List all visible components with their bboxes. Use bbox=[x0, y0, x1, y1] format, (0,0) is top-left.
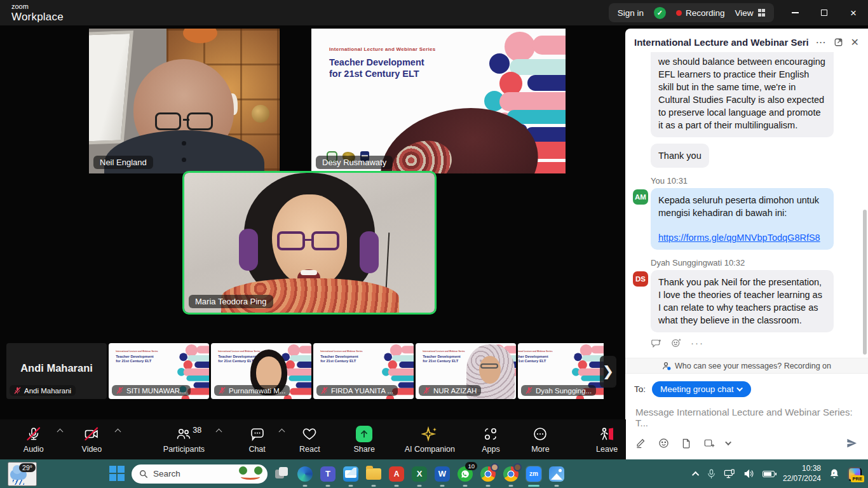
chat-bubble: Thank you pak Neil for the presentation,… bbox=[651, 270, 834, 332]
file-explorer-app[interactable] bbox=[365, 466, 382, 482]
photos-app[interactable] bbox=[548, 466, 565, 482]
chat-input-toolbar bbox=[625, 428, 868, 459]
filmstrip-tile-purnamawati[interactable]: International Lecture and Webinar Series… bbox=[211, 343, 311, 399]
muted-mic-icon bbox=[321, 386, 328, 395]
screenshot-icon[interactable] bbox=[703, 438, 715, 449]
more-dots-icon bbox=[532, 426, 548, 442]
add-reaction-icon[interactable] bbox=[671, 338, 681, 348]
edge-app[interactable] bbox=[297, 466, 313, 482]
ai-companion-button[interactable]: AI Companion bbox=[401, 419, 458, 459]
attendance-form-link[interactable]: https://forms.gle/qgMNVbpTodqG8RfS8 bbox=[658, 233, 820, 243]
view-grid-icon bbox=[758, 9, 766, 17]
task-view-button[interactable] bbox=[274, 466, 290, 482]
adobe-acrobat-app[interactable]: A bbox=[388, 466, 405, 482]
excel-app[interactable]: X bbox=[411, 466, 428, 482]
send-icon[interactable] bbox=[846, 437, 858, 449]
attach-file-icon[interactable] bbox=[681, 438, 691, 449]
task-view-icon bbox=[275, 467, 289, 481]
acrobat-icon: A bbox=[389, 466, 404, 482]
whatsapp-app[interactable]: 10 bbox=[457, 466, 473, 482]
apps-icon bbox=[483, 426, 498, 442]
hidden-icons-chevron-icon[interactable] bbox=[694, 471, 699, 477]
clock-widget[interactable]: 10:38 22/07/2024 bbox=[783, 464, 821, 484]
input-options-chevron-icon[interactable] bbox=[727, 441, 731, 445]
chat-message: AM Kepada seluruh peserta dimohon untuk … bbox=[651, 188, 859, 250]
participants-button[interactable]: Participants 38 bbox=[156, 419, 212, 459]
filmstrip-tile-andi-maharani[interactable]: Andi Maharani Andi Maharani bbox=[6, 343, 107, 399]
muted-mic-icon bbox=[423, 386, 430, 395]
audio-options-chevron-icon[interactable] bbox=[58, 430, 62, 434]
message-text: Kepada seluruh peserta dimohon untuk men… bbox=[658, 195, 819, 218]
filmstrip-tile-dyah-sunggingwati[interactable]: International Lecture and Webinar Series… bbox=[518, 343, 604, 399]
participants-options-chevron-icon[interactable] bbox=[217, 430, 221, 434]
video-label: Video bbox=[82, 445, 102, 454]
message-time: 10:32 bbox=[724, 258, 745, 268]
battery-icon[interactable] bbox=[763, 471, 775, 477]
filmstrip-tile-nur-azizah[interactable]: International Lecture and Webinar Series… bbox=[416, 343, 516, 399]
emoji-icon[interactable] bbox=[658, 438, 669, 449]
mail-app[interactable] bbox=[342, 466, 359, 482]
tray-mic-icon[interactable] bbox=[707, 469, 715, 479]
folder-icon bbox=[366, 468, 381, 480]
video-tile-neil-england[interactable]: Neil England bbox=[89, 29, 280, 173]
leave-button[interactable]: Leave bbox=[588, 419, 626, 459]
svg-text:z: z bbox=[833, 471, 835, 475]
chrome-app-2[interactable] bbox=[503, 466, 519, 482]
copilot-icon[interactable]: PRE bbox=[848, 467, 862, 481]
temperature-badge: 29° bbox=[19, 463, 36, 472]
share-button[interactable]: Share bbox=[346, 419, 382, 459]
video-tile-maria-teodora-ping-active-speaker[interactable]: Maria Teodora Ping bbox=[182, 171, 437, 315]
speaker-icon[interactable] bbox=[743, 469, 754, 478]
taskbar-search[interactable]: Search bbox=[132, 464, 268, 484]
filmstrip-next-button[interactable]: ❯ bbox=[600, 356, 616, 388]
chat-bubble: we should balance between encouraging EF… bbox=[651, 52, 834, 137]
chat-options-chevron-icon[interactable] bbox=[280, 430, 284, 434]
video-button[interactable]: Video bbox=[72, 419, 112, 459]
video-options-chevron-icon[interactable] bbox=[116, 430, 120, 434]
filmstrip-tile-firda-yuanita[interactable]: International Lecture and Webinar Series… bbox=[313, 343, 414, 399]
video-tile-desy-rusmawaty[interactable]: International Lecture and Webinar Series… bbox=[311, 29, 566, 173]
zoom-app-active[interactable]: zm bbox=[526, 466, 542, 482]
mail-icon bbox=[343, 466, 358, 482]
audio-button[interactable]: Audio bbox=[14, 419, 53, 459]
chat-close-icon[interactable]: ✕ bbox=[851, 37, 859, 48]
weather-widget[interactable]: 29° bbox=[8, 462, 37, 486]
apps-button[interactable]: Apps bbox=[474, 419, 508, 459]
chevron-down-icon bbox=[736, 385, 743, 391]
security-shield-icon[interactable]: ✓ bbox=[654, 7, 666, 19]
chat-button[interactable]: Chat bbox=[239, 419, 276, 459]
filmstrip-tile-siti-munawar[interactable]: International Lecture and Webinar Series… bbox=[109, 343, 209, 399]
title-bar: zoom Workplace Sign in ✓ Recording View … bbox=[0, 0, 868, 25]
chat-message-input[interactable]: Message International Lecture and Webina… bbox=[625, 398, 868, 428]
sign-in-button[interactable]: Sign in bbox=[618, 8, 644, 18]
recording-indicator[interactable]: Recording bbox=[676, 8, 725, 18]
teams-app[interactable]: T bbox=[320, 466, 336, 482]
message-more-icon[interactable]: ··· bbox=[691, 341, 704, 346]
share-screen-icon bbox=[356, 426, 372, 442]
word-app[interactable]: W bbox=[434, 466, 451, 482]
chat-popout-icon[interactable] bbox=[834, 37, 843, 47]
restore-button[interactable] bbox=[810, 0, 839, 25]
zoom-icon: zm bbox=[526, 466, 541, 482]
format-icon[interactable] bbox=[635, 438, 646, 449]
notification-bell-icon[interactable]: z bbox=[829, 468, 839, 479]
minimize-button[interactable] bbox=[780, 0, 810, 25]
close-button[interactable]: × bbox=[839, 0, 868, 25]
brand-zoom: zoom bbox=[11, 3, 64, 10]
message-time: 10:31 bbox=[667, 176, 688, 186]
chat-more-icon[interactable]: ⋯ bbox=[816, 37, 826, 48]
view-button[interactable]: View bbox=[735, 8, 765, 18]
participant-display-name: Andi Maharani bbox=[6, 362, 107, 374]
react-button[interactable]: React bbox=[292, 419, 327, 459]
privacy-notice[interactable]: Who can see your messages? Recording on bbox=[625, 358, 868, 374]
recipient-selector[interactable]: Meeting group chat bbox=[652, 381, 751, 397]
cast-display-icon[interactable] bbox=[724, 469, 735, 479]
chat-scrollbar[interactable] bbox=[863, 210, 867, 355]
slide-title-line2: for 21st Century ELT bbox=[329, 69, 435, 80]
more-button[interactable]: More bbox=[523, 419, 557, 459]
reply-icon[interactable] bbox=[651, 339, 661, 348]
message-actions: ··· bbox=[651, 338, 859, 348]
chrome-app-1[interactable] bbox=[480, 466, 496, 482]
windows-start-button[interactable] bbox=[109, 466, 125, 482]
heart-icon bbox=[302, 426, 317, 442]
